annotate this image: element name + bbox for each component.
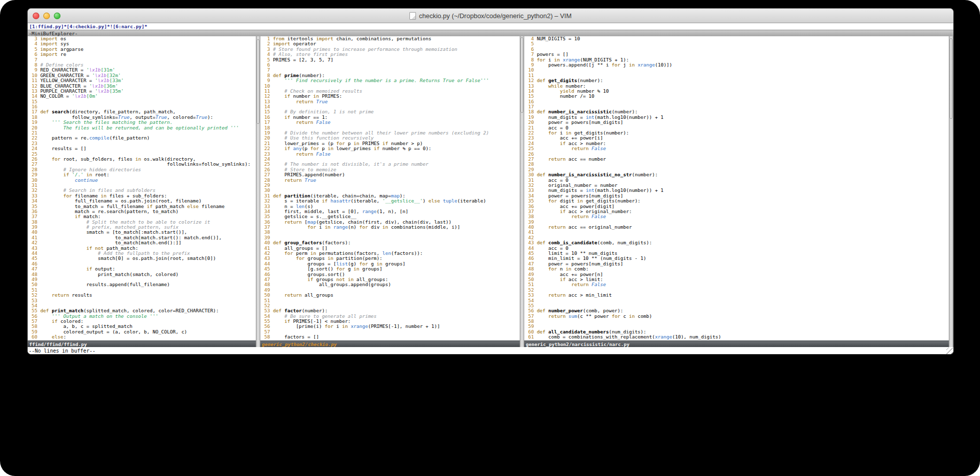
scrollbar-narc[interactable] (949, 36, 953, 347)
code-line: 15 (29, 99, 256, 104)
line-number: 53 (525, 292, 537, 298)
zoom-button[interactable] (54, 13, 60, 19)
window-title: checkio.py (~/Dropbox/code/generic_pytho… (419, 12, 572, 20)
line-number: 59 (29, 329, 40, 334)
line-number: 45 (525, 250, 537, 256)
line-number: 19 (525, 114, 537, 120)
command-line[interactable]: --No lines in buffer-- (28, 347, 95, 354)
code-line: 6 import re (29, 52, 256, 57)
resize-grip[interactable] (946, 348, 953, 354)
line-number: 48 (525, 266, 537, 271)
window-titlebar[interactable]: checkio.py (~/Dropbox/code/generic_pytho… (28, 9, 953, 23)
line-number: 30 (29, 177, 40, 183)
scrollbar-ffind[interactable] (256, 36, 260, 347)
line-number: 44 (525, 245, 537, 251)
line-number: 58 (525, 318, 537, 324)
line-number: 43 (29, 245, 40, 251)
editor-ffind[interactable]: 3 import os 4 import sys 5 import argpar… (28, 36, 256, 341)
line-number: 21 (261, 141, 273, 146)
line-number: 37 (261, 224, 273, 230)
line-number: 2 (261, 41, 273, 46)
code-line: 50 results.append(full_filename) (29, 282, 256, 287)
line-number: 18 (29, 114, 40, 120)
line-number: 17 (29, 109, 40, 114)
line-number: 15 (29, 99, 40, 104)
line-number: 32 (29, 187, 40, 193)
code-line: 40 return acc == original_number (525, 225, 949, 230)
code-line: 57 return sum(c ** power for c in comb) (525, 314, 949, 319)
editor-narc[interactable]: 4 NUM_DIGITS = 10 5 6 7 powers = [] 8 fo… (524, 36, 949, 341)
statusline-ffind[interactable]: ffind/ffind/ffind.py (28, 341, 256, 347)
line-number: 22 (525, 130, 537, 135)
code-line: 52 return results (29, 293, 256, 298)
code-line: 30 def number_is_narcissistic_no_str(num… (525, 172, 949, 177)
statusline-narc[interactable]: generic_python2/narcissistic/narc.py (524, 341, 949, 347)
line-number: 35 (525, 198, 537, 203)
line-number: 48 (261, 282, 273, 287)
line-number: 7 (29, 57, 40, 62)
code-line: 37 for i in range(n) for div in combinat… (261, 225, 520, 230)
minimize-button[interactable] (43, 13, 50, 19)
scrollbar-checkio[interactable] (520, 36, 524, 347)
code-line: 43 def comb_is_candidate(comb, num_digit… (525, 240, 949, 245)
code-line: 61 comb = combinations_with_replacement(… (525, 334, 949, 339)
line-number: 57 (29, 318, 40, 324)
line-number: 31 (29, 182, 40, 188)
close-button[interactable] (33, 13, 39, 19)
code-line: 54 (525, 298, 949, 303)
pane-narc: 4 NUM_DIGITS = 10 5 6 7 powers = [] 8 fo… (524, 36, 949, 347)
line-number: 12 (261, 93, 273, 99)
line-number: 20 (261, 135, 273, 141)
line-number: 41 (525, 229, 537, 235)
line-number: 59 (525, 323, 537, 329)
line-number: 36 (261, 219, 273, 225)
split-windows: 3 import os 4 import sys 5 import argpar… (28, 36, 953, 347)
line-number: 4 (29, 41, 40, 46)
line-number: 60 (525, 329, 537, 334)
statusline-checkio[interactable]: generic_python2/checkio.py (260, 341, 520, 347)
code-line: 51 (261, 298, 520, 303)
line-number: 40 (525, 224, 537, 230)
vim-window: checkio.py (~/Dropbox/code/generic_pytho… (28, 9, 953, 354)
line-number: 39 (261, 235, 273, 240)
line-number: 5 (29, 46, 40, 52)
line-number: 24 (29, 146, 40, 151)
line-number: 41 (261, 245, 273, 251)
line-number: 29 (261, 182, 273, 188)
line-number: 55 (525, 303, 537, 308)
code-line: 9 ''' Find recursively if the number is … (261, 78, 520, 83)
line-number: 16 (29, 104, 40, 109)
line-number: 51 (261, 298, 273, 303)
line-number: 21 (525, 125, 537, 130)
line-number: 53 (29, 298, 40, 303)
line-number: 28 (525, 161, 537, 167)
line-number: 20 (29, 125, 40, 130)
line-number: 9 (525, 62, 537, 67)
line-number: 26 (261, 167, 273, 172)
buffer-tab-narc[interactable]: [6:narc.py]* (113, 24, 148, 29)
scrollbar-thumb[interactable] (950, 38, 952, 119)
code-line: 38 return False (525, 214, 949, 219)
code-line: 9 powers.append([j ** i for j in xrange(… (525, 62, 949, 67)
scrollbar-thumb[interactable] (521, 37, 523, 113)
line-number: 25 (29, 151, 40, 157)
line-number: 58 (29, 323, 40, 329)
line-number: 24 (261, 156, 273, 162)
line-number: 60 (29, 334, 40, 339)
line-number: 42 (525, 235, 537, 240)
line-number: 40 (261, 240, 273, 245)
line-number: 4 (261, 51, 273, 57)
line-number: 14 (261, 104, 273, 109)
line-number: 8 (29, 62, 40, 67)
scrollbar-thumb[interactable] (257, 39, 259, 124)
line-number: 3 (261, 46, 273, 52)
buffer-tab-ffind[interactable]: [1:ffind.py]* (29, 24, 66, 29)
line-number: 36 (525, 203, 537, 209)
editor-checkio[interactable]: 1 from itertools import chain, combinati… (260, 36, 520, 341)
line-number: 15 (525, 93, 537, 99)
line-number: 54 (525, 298, 537, 303)
buffer-tab-checkio[interactable]: [4:checkio.py]*! (66, 24, 113, 29)
line-number: 46 (261, 271, 273, 277)
line-number: 8 (525, 57, 537, 62)
line-number: 17 (525, 104, 537, 109)
